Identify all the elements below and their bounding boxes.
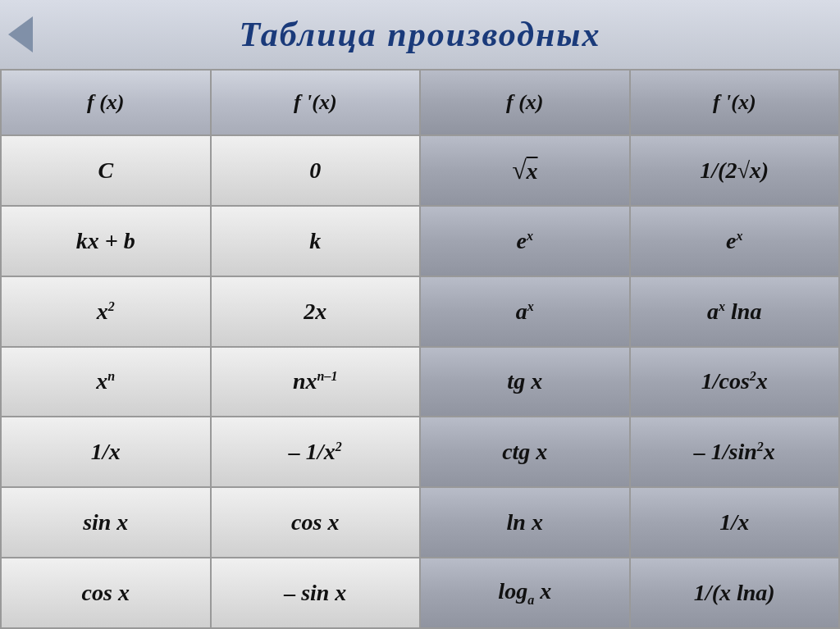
- cell-neg1x2: – 1/x2: [211, 417, 421, 487]
- cell-neg1sin2x: – 1/sin2x: [630, 417, 840, 487]
- cell-lnx: ln x: [420, 487, 630, 558]
- cell-cosx: cos x: [211, 487, 421, 558]
- cell-1-2sqrt-x: 1/(2√x): [630, 135, 840, 206]
- cell-cosx-f: cos x: [1, 558, 211, 628]
- table-container: f (x) f '(x) f (x) f '(x) C 0 √x 1/(2√x): [0, 69, 840, 629]
- cell-logax: loga x: [420, 558, 630, 628]
- cell-1cos2x: 1/cos2x: [630, 347, 840, 417]
- cell-ctgx: ctg x: [420, 417, 630, 487]
- cell-1x-ln: 1/x: [630, 487, 840, 558]
- cell-0: 0: [211, 135, 421, 206]
- cell-x2: x2: [1, 276, 211, 347]
- cell-k: k: [211, 206, 421, 276]
- col-header-fpx2: f '(x): [630, 70, 840, 135]
- table-header-row: f (x) f '(x) f (x) f '(x): [1, 70, 839, 135]
- page-title: Таблица производных: [49, 15, 791, 54]
- cell-tgx: tg x: [420, 347, 630, 417]
- cell-c: C: [1, 135, 211, 206]
- cell-2x: 2x: [211, 276, 421, 347]
- col-header-fx2: f (x): [420, 70, 630, 135]
- col-header-fpx1: f '(x): [211, 70, 421, 135]
- table-row: xn nxn–1 tg x 1/cos2x: [1, 347, 839, 417]
- cell-sqrt-x: √x: [420, 135, 630, 206]
- back-arrow-icon[interactable]: [8, 16, 33, 52]
- table-row: 1/x – 1/x2 ctg x – 1/sin2x: [1, 417, 839, 487]
- cell-nxn1: nxn–1: [211, 347, 421, 417]
- cell-xn: xn: [1, 347, 211, 417]
- table-row: kx + b k ex ex: [1, 206, 839, 276]
- cell-kxb: kx + b: [1, 206, 211, 276]
- derivatives-table: f (x) f '(x) f (x) f '(x) C 0 √x 1/(2√x): [0, 69, 840, 629]
- table-row: x2 2x ax ax lna: [1, 276, 839, 347]
- header: Таблица производных: [0, 0, 840, 69]
- cell-neg-sinx: – sin x: [211, 558, 421, 628]
- col-header-fx1: f (x): [1, 70, 211, 135]
- page-wrapper: Таблица производных f (x) f '(x) f (x) f…: [0, 0, 840, 629]
- cell-1x: 1/x: [1, 417, 211, 487]
- cell-ex-derivative: ex: [630, 206, 840, 276]
- table-row: cos x – sin x loga x 1/(x lna): [1, 558, 839, 628]
- cell-ex: ex: [420, 206, 630, 276]
- cell-ax: ax: [420, 276, 630, 347]
- cell-ax-lna: ax lna: [630, 276, 840, 347]
- cell-sinx: sin x: [1, 487, 211, 558]
- table-row: sin x cos x ln x 1/x: [1, 487, 839, 558]
- table-row: C 0 √x 1/(2√x): [1, 135, 839, 206]
- cell-1xlna: 1/(x lna): [630, 558, 840, 628]
